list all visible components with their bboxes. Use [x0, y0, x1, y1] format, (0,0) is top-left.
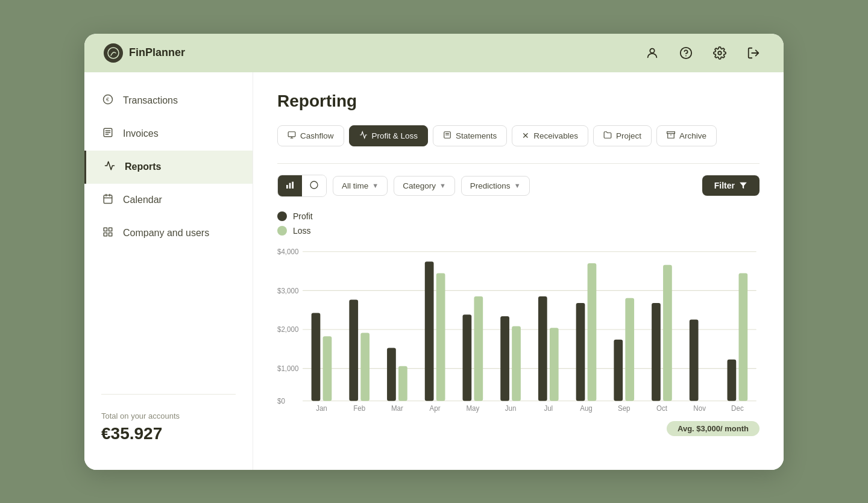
svg-text:Jun: Jun [505, 404, 517, 411]
company-users-icon [101, 227, 115, 240]
svg-text:$1,000: $1,000 [277, 364, 299, 372]
predictions-filter[interactable]: Predictions ▼ [461, 176, 530, 196]
svg-text:Jul: Jul [544, 404, 553, 411]
svg-text:$2,000: $2,000 [277, 325, 299, 333]
logo-icon [104, 43, 123, 63]
svg-rect-55 [474, 296, 483, 401]
user-icon[interactable] [641, 42, 663, 64]
svg-point-0 [108, 48, 119, 58]
sidebar-item-label: Transactions [123, 95, 178, 106]
time-range-filter[interactable]: All time ▼ [333, 176, 388, 196]
header-actions [641, 42, 764, 64]
svg-rect-72 [690, 319, 699, 401]
transactions-icon: € [101, 94, 115, 108]
svg-text:Nov: Nov [693, 404, 706, 411]
svg-rect-45 [349, 299, 358, 401]
sidebar-item-reports[interactable]: Reports [84, 151, 253, 184]
svg-rect-60 [538, 296, 547, 401]
svg-text:Apr: Apr [430, 404, 441, 411]
svg-text:€: € [106, 96, 109, 102]
svg-rect-52 [436, 273, 445, 401]
svg-text:$4,000: $4,000 [277, 247, 299, 255]
svg-text:Feb: Feb [353, 404, 365, 411]
logo: FinPlanner [104, 43, 185, 63]
view-toggle [277, 175, 327, 197]
sidebar-item-label: Reports [125, 161, 161, 172]
svg-text:Sep: Sep [618, 404, 631, 411]
svg-text:May: May [466, 404, 479, 411]
svg-rect-46 [360, 333, 370, 401]
sidebar-item-transactions[interactable]: € Transactions [84, 84, 253, 117]
filter-row: All time ▼ Category ▼ Predictions ▼ Filt… [277, 175, 760, 197]
svg-rect-70 [663, 264, 672, 401]
legend-loss: Loss [277, 226, 760, 236]
reports-icon [103, 160, 116, 174]
help-icon[interactable] [675, 42, 697, 64]
svg-text:Dec: Dec [731, 404, 744, 411]
sidebar: € Transactions Invoices [84, 72, 253, 470]
svg-text:Jan: Jan [316, 404, 327, 411]
svg-text:$3,000: $3,000 [277, 286, 299, 294]
tab-receivables[interactable]: ✕ Receivables [512, 125, 588, 146]
tab-archive[interactable]: Archive [656, 125, 717, 146]
sidebar-item-label: Company and users [123, 228, 209, 239]
cashflow-tab-icon [288, 131, 296, 141]
pie-chart-view-btn[interactable] [302, 175, 326, 196]
bar-chart: $4,000 $3,000 $2,000 $1,000 $0 JanFebMar… [277, 245, 760, 414]
svg-rect-66 [614, 339, 623, 401]
page-title: Reporting [277, 92, 760, 111]
settings-icon[interactable] [709, 42, 731, 64]
chart-legend: Profit Loss [277, 211, 760, 236]
svg-text:Mar: Mar [391, 404, 403, 411]
chart-area: $4,000 $3,000 $2,000 $1,000 $0 JanFebMar… [277, 245, 760, 436]
account-amount: €35.927 [101, 424, 236, 443]
tab-profit-loss[interactable]: Profit & Loss [349, 125, 429, 146]
tab-statements[interactable]: Statements [433, 125, 507, 146]
bar-chart-view-btn[interactable] [278, 175, 302, 196]
svg-rect-29 [289, 183, 291, 188]
svg-rect-12 [104, 195, 112, 204]
svg-rect-26 [667, 131, 675, 133]
svg-rect-16 [104, 228, 107, 231]
tab-cashflow[interactable]: Cashflow [277, 125, 344, 146]
svg-rect-58 [512, 326, 521, 401]
logout-icon[interactable] [743, 42, 764, 64]
category-arrow: ▼ [439, 182, 446, 189]
sidebar-nav: € Transactions Invoices [84, 84, 253, 389]
svg-rect-51 [425, 261, 434, 401]
sidebar-item-company-users[interactable]: Company and users [84, 217, 253, 250]
category-filter[interactable]: Category ▼ [394, 176, 455, 196]
sidebar-item-calendar[interactable]: Calendar [84, 184, 253, 217]
svg-rect-57 [500, 316, 509, 401]
predictions-arrow: ▼ [514, 182, 521, 189]
project-tab-icon [603, 131, 612, 141]
svg-rect-48 [387, 348, 396, 401]
svg-rect-43 [323, 336, 332, 401]
svg-rect-76 [738, 273, 747, 401]
filter-button[interactable]: Filter [702, 175, 760, 196]
archive-tab-icon [667, 131, 675, 141]
svg-text:Oct: Oct [656, 404, 668, 411]
avg-badge: Avg. $3,000/ month [667, 421, 760, 436]
profit-color-dot [277, 211, 287, 221]
sidebar-item-label: Invoices [123, 128, 159, 139]
sidebar-account: Total on your accounts €35.927 [84, 399, 253, 458]
statements-tab-icon [443, 131, 451, 141]
svg-point-1 [650, 48, 654, 52]
svg-rect-19 [109, 233, 112, 236]
svg-rect-67 [625, 298, 634, 401]
tab-project[interactable]: Project [593, 125, 652, 146]
svg-rect-42 [312, 313, 321, 401]
invoices-icon [101, 127, 115, 141]
calendar-icon [101, 193, 115, 207]
app-name: FinPlanner [129, 46, 185, 59]
svg-rect-75 [728, 359, 737, 401]
svg-rect-17 [109, 228, 112, 231]
svg-rect-20 [288, 131, 295, 136]
svg-rect-18 [104, 233, 107, 236]
loss-color-dot [277, 226, 287, 236]
sidebar-item-invoices[interactable]: Invoices [84, 117, 253, 151]
svg-text:$0: $0 [277, 396, 285, 404]
main-layout: € Transactions Invoices [84, 72, 784, 470]
account-label: Total on your accounts [101, 411, 236, 420]
